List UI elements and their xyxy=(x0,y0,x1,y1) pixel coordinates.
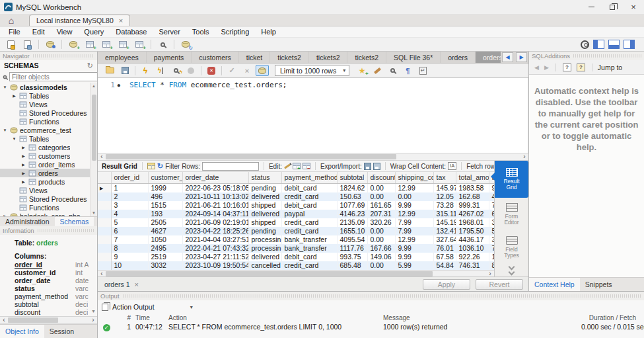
new-query-tab-icon[interactable] xyxy=(4,39,17,50)
grid-cell[interactable]: 1983.58 xyxy=(456,183,489,192)
toggle-autocommit-icon[interactable] xyxy=(256,65,269,76)
create-procedure-icon[interactable]: + xyxy=(116,39,129,50)
scroll-thumb[interactable] xyxy=(106,154,396,159)
tab-object-info[interactable]: Object Info xyxy=(0,325,44,338)
grid-cell[interactable]: 2021-06-21 10:16:01 xyxy=(182,201,248,210)
grid-cell[interactable]: 9.99 xyxy=(395,244,433,253)
table-row[interactable]: ▶119992022-06-23 05:18:05pendingdebit_ca… xyxy=(98,183,494,192)
scroll-left-icon[interactable]: ‹ xyxy=(98,153,106,160)
table-row[interactable]: 525052021-06-09 02:19:01shippedcredit_ca… xyxy=(98,218,494,227)
grid-cell[interactable]: 1 xyxy=(489,253,494,261)
grid-cell[interactable]: 8 xyxy=(111,244,148,253)
toggle-wrap-icon[interactable]: ↵ xyxy=(416,65,429,76)
grid-cell[interactable]: 9.99 xyxy=(395,201,433,210)
next-tab-button[interactable]: ▶ xyxy=(516,52,527,62)
grid-cell[interactable]: 1117.76 xyxy=(337,244,367,253)
grid-cell[interactable]: 2495 xyxy=(148,244,182,253)
limit-rows-dropdown[interactable]: Limit to 1000 rows ▾ xyxy=(275,65,349,76)
column-header-status[interactable]: status xyxy=(248,172,281,183)
stop-on-error-icon[interactable]: × xyxy=(205,65,218,76)
jump-to-button[interactable]: Jump to xyxy=(598,63,622,71)
grid-cell[interactable]: credit_card xyxy=(281,227,337,235)
grid-cell[interactable]: 315.11 xyxy=(433,210,456,218)
expand-icon[interactable]: ▶ xyxy=(20,171,26,175)
grid-cell[interactable]: 2023-04-27 21:11:52 xyxy=(182,253,248,261)
grid-cell[interactable]: 2505 xyxy=(148,218,182,227)
tree-item-stored-procedures[interactable]: Stored Procedures xyxy=(0,108,97,117)
grid-cell[interactable]: debit_card xyxy=(281,201,337,210)
expand-icon[interactable]: ▶ xyxy=(11,93,17,98)
toggle-right-panel-button[interactable] xyxy=(624,40,635,49)
grid-cell[interactable]: 0.00 xyxy=(367,183,395,192)
tab-snippets[interactable]: Snippets xyxy=(580,278,618,291)
grid-cell[interactable]: 2519 xyxy=(148,253,182,261)
result-grid-button[interactable]: Result Grid xyxy=(495,161,528,198)
grid-cell[interactable]: 161.65 xyxy=(367,201,395,210)
grid-cell[interactable]: 685.48 xyxy=(337,261,367,270)
editor-tab-tickets2[interactable]: tickets2 xyxy=(270,52,309,63)
editor-tab-ticket[interactable]: ticket xyxy=(239,52,271,63)
grid-cell[interactable]: 12.05 xyxy=(433,192,456,201)
filter-rows-input[interactable] xyxy=(202,162,259,171)
auto-context-help-icon[interactable]: ? xyxy=(575,63,587,72)
grid-cell[interactable]: 76.01 xyxy=(433,244,456,253)
inspector-icon[interactable] xyxy=(44,39,57,50)
grid-cell[interactable]: 320.26 xyxy=(367,218,395,227)
grid-cell[interactable]: 1077.69 xyxy=(337,201,367,210)
collapse-icon[interactable]: ▼ xyxy=(2,85,8,89)
grid-cell[interactable]: 67.58 xyxy=(433,253,456,261)
grid-cell[interactable]: 5 xyxy=(489,227,494,235)
menu-tools[interactable]: Tools xyxy=(186,28,215,36)
scroll-down-chevron-icon[interactable] xyxy=(495,265,528,276)
grid-cell[interactable]: 3032 xyxy=(148,261,182,270)
tree-item-tables[interactable]: ▼Tables xyxy=(0,134,97,143)
grid-cell[interactable]: 12.99 xyxy=(395,183,433,192)
tab-session[interactable]: Session xyxy=(44,325,79,338)
explain-query-icon[interactable]: ϟ xyxy=(169,65,182,76)
grid-cell[interactable]: 10 xyxy=(111,261,148,270)
minimize-button[interactable] xyxy=(581,0,602,14)
grid-cell[interactable]: 1999 xyxy=(148,183,182,192)
menu-help[interactable]: Help xyxy=(255,28,282,36)
collapse-icon[interactable]: ▼ xyxy=(2,128,8,132)
grid-cell[interactable]: 2021-04-04 03:27:51 xyxy=(182,235,248,244)
scroll-thumb[interactable] xyxy=(92,95,96,161)
grid-cell[interactable]: 4095.54 xyxy=(337,235,367,244)
expand-icon[interactable]: ▶ xyxy=(2,214,8,216)
grid-cell[interactable]: 12.99 xyxy=(395,210,433,218)
grid-cell[interactable]: 327.64 xyxy=(433,235,456,244)
apply-button[interactable]: Apply xyxy=(423,279,470,290)
editor-tab-payments[interactable]: payments xyxy=(147,52,192,63)
account-icon[interactable] xyxy=(581,40,589,49)
tree-item-ecommerce-test[interactable]: ▼ecommerce_test xyxy=(0,126,97,134)
column-header-shipping-cost[interactable]: shipping_cost xyxy=(395,172,433,183)
tree-item-orders[interactable]: ▶orders xyxy=(0,169,97,177)
edit-record-icon[interactable] xyxy=(284,161,291,171)
grid-cell[interactable]: delivered xyxy=(248,192,281,201)
tree-item-stored-procedures[interactable]: Stored Procedures xyxy=(0,194,97,203)
expand-icon[interactable]: ▶ xyxy=(20,162,26,167)
grid-cell[interactable]: processing xyxy=(248,244,281,253)
grid-cell[interactable]: 0.00 xyxy=(367,192,395,201)
grid-cell[interactable]: 2021-10-11 10:13:02 xyxy=(182,192,248,201)
expand-icon[interactable]: ▶ xyxy=(20,153,26,158)
wrap-content-icon[interactable]: IA xyxy=(448,162,456,170)
table-row[interactable]: 824952022-04-21 07:43:32processingbank_t… xyxy=(98,244,494,253)
editor-hscrollbar[interactable]: ‹ › xyxy=(98,153,528,161)
form-editor-button[interactable]: Form Editor xyxy=(495,198,528,231)
menu-file[interactable]: File xyxy=(3,28,26,36)
grid-cell[interactable]: 149.06 xyxy=(367,253,395,261)
grid-cell[interactable]: delivered xyxy=(248,253,281,261)
create-view-icon[interactable]: + xyxy=(100,39,113,50)
close-result-tab-icon[interactable]: × xyxy=(135,280,139,288)
scroll-thumb[interactable] xyxy=(106,271,433,276)
grid-cell[interactable]: 999.31 xyxy=(456,201,489,210)
grid-cell[interactable]: 3 xyxy=(111,201,148,210)
grid-cell[interactable]: delivered xyxy=(248,210,281,218)
execute-current-statement-icon[interactable]: ϟ xyxy=(154,65,167,76)
scroll-right-icon[interactable]: › xyxy=(89,317,97,323)
grid-cell[interactable]: 162.68 xyxy=(456,192,489,201)
grid-cell[interactable]: shipped xyxy=(248,218,281,227)
save-snippet-icon[interactable]: ★ xyxy=(355,65,369,76)
create-table-icon[interactable]: + xyxy=(83,39,96,50)
